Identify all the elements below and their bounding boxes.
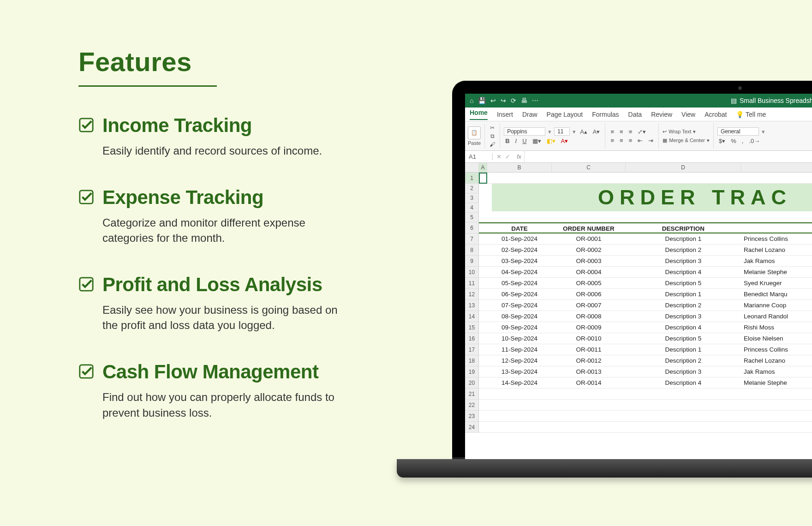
wrap-text-button[interactable]: ↩ Wrap Text ▾ bbox=[663, 129, 710, 135]
row-header[interactable]: 2 bbox=[465, 184, 478, 193]
table-row[interactable]: 09-Sep-2024OR-0009Description 4Rishi Mos… bbox=[479, 322, 812, 333]
cell-order[interactable]: OR-0001 bbox=[552, 233, 626, 244]
table-row[interactable]: 05-Sep-2024OR-0005Description 5Syed Krue… bbox=[479, 278, 812, 289]
cell-customer[interactable]: Marianne Coop bbox=[741, 300, 812, 311]
orientation-icon[interactable]: ⤢▾ bbox=[636, 128, 647, 135]
font-name-select[interactable]: Poppins bbox=[504, 127, 545, 136]
empty-row[interactable] bbox=[479, 422, 812, 433]
cell-date[interactable]: 13-Sep-2024 bbox=[487, 366, 552, 377]
row-header[interactable]: 14 bbox=[465, 311, 478, 322]
col-header-c[interactable]: C bbox=[552, 163, 626, 172]
enter-icon[interactable]: ✓ bbox=[505, 153, 510, 160]
currency-icon[interactable]: $▾ bbox=[717, 137, 727, 144]
empty-row[interactable] bbox=[479, 400, 812, 411]
cell-desc[interactable]: Description 4 bbox=[626, 322, 741, 333]
table-row[interactable]: 13-Sep-2024OR-0013Description 3Jak Ramos bbox=[479, 366, 812, 377]
cell-desc[interactable]: Description 2 bbox=[626, 355, 741, 366]
row-header[interactable]: 13 bbox=[465, 300, 478, 311]
tab-formulas[interactable]: Formulas bbox=[592, 111, 619, 118]
row-header[interactable]: 1 bbox=[465, 173, 478, 184]
tab-page-layout[interactable]: Page Layout bbox=[547, 111, 583, 118]
cell-date[interactable]: 06-Sep-2024 bbox=[487, 289, 552, 299]
tab-acrobat[interactable]: Acrobat bbox=[705, 111, 727, 118]
home-icon[interactable]: ⌂ bbox=[470, 97, 473, 104]
cell-desc[interactable]: Description 5 bbox=[626, 278, 741, 288]
italic-button[interactable]: I bbox=[514, 137, 519, 144]
table-row[interactable]: 14-Sep-2024OR-0014Description 4Melanie S… bbox=[479, 377, 812, 389]
percent-icon[interactable]: % bbox=[729, 137, 738, 144]
row-header[interactable]: 20 bbox=[465, 377, 478, 389]
redo-icon[interactable]: ↪ bbox=[501, 97, 506, 104]
row-header[interactable]: 24 bbox=[465, 422, 478, 433]
align-left-icon[interactable]: ≡ bbox=[609, 137, 615, 144]
row-header[interactable]: 8 bbox=[465, 245, 478, 256]
row-header[interactable]: 9 bbox=[465, 256, 478, 267]
merge-center-button[interactable]: ▦ Merge & Center ▾ bbox=[663, 137, 710, 143]
cell-order[interactable]: OR-0011 bbox=[552, 344, 626, 355]
cell-order[interactable]: OR-0009 bbox=[552, 322, 626, 333]
cell-desc[interactable]: Description 3 bbox=[626, 366, 741, 377]
table-row[interactable]: 07-Sep-2024OR-0007Description 2Marianne … bbox=[479, 300, 812, 311]
more-icon[interactable]: ⋯ bbox=[532, 97, 538, 104]
cell-customer[interactable]: Melanie Stephe bbox=[741, 267, 812, 277]
cell-order[interactable]: OR-0013 bbox=[552, 366, 626, 377]
cell-date[interactable]: 02-Sep-2024 bbox=[487, 245, 552, 255]
row-header[interactable]: 12 bbox=[465, 289, 478, 300]
cell-date[interactable]: 14-Sep-2024 bbox=[487, 377, 552, 388]
cancel-icon[interactable]: ✕ bbox=[496, 153, 502, 160]
cell-date[interactable]: 04-Sep-2024 bbox=[487, 267, 552, 277]
align-center-icon[interactable]: ≡ bbox=[618, 137, 625, 144]
align-bottom-icon[interactable]: ≡ bbox=[627, 128, 634, 135]
empty-row[interactable] bbox=[479, 389, 812, 400]
row-header[interactable]: 23 bbox=[465, 411, 478, 422]
table-row[interactable]: 02-Sep-2024OR-0002Description 2Rachel Lo… bbox=[479, 245, 812, 256]
empty-row[interactable] bbox=[479, 411, 812, 422]
table-row[interactable]: 08-Sep-2024OR-0008Description 3Leonard R… bbox=[479, 311, 812, 322]
tab-insert[interactable]: Insert bbox=[497, 111, 513, 118]
cell-customer[interactable]: Jak Ramos bbox=[741, 366, 812, 377]
row-header[interactable]: 22 bbox=[465, 400, 478, 411]
cell-desc[interactable]: Description 2 bbox=[626, 300, 741, 311]
col-header-d[interactable]: D bbox=[626, 163, 741, 172]
cell-desc[interactable]: Description 4 bbox=[626, 267, 741, 277]
cell-order[interactable]: OR-0012 bbox=[552, 355, 626, 366]
name-box[interactable]: A1 bbox=[465, 153, 493, 160]
cell-customer[interactable]: Benedict Marqu bbox=[741, 289, 812, 299]
cell-date[interactable]: 09-Sep-2024 bbox=[487, 322, 552, 333]
cell-customer[interactable]: Jak Ramos bbox=[741, 256, 812, 266]
increase-indent-icon[interactable]: ⇥ bbox=[647, 137, 655, 144]
row-header[interactable]: 18 bbox=[465, 355, 478, 366]
cell-date[interactable]: 11-Sep-2024 bbox=[487, 344, 552, 355]
cell-customer[interactable]: Leonard Randol bbox=[741, 311, 812, 322]
cell-desc[interactable]: Description 4 bbox=[626, 377, 741, 388]
row-header[interactable]: 3 bbox=[465, 193, 478, 203]
table-row[interactable]: 12-Sep-2024OR-0012Description 2Rachel Lo… bbox=[479, 355, 812, 366]
paste-button[interactable]: 📋 Paste bbox=[468, 126, 481, 146]
tab-draw[interactable]: Draw bbox=[522, 111, 537, 118]
cell-order[interactable]: OR-0006 bbox=[552, 289, 626, 299]
cell-order[interactable]: OR-0003 bbox=[552, 256, 626, 266]
select-all-corner[interactable] bbox=[465, 163, 479, 172]
cut-icon[interactable]: ✂ bbox=[489, 124, 496, 132]
row-header[interactable]: 6 bbox=[465, 222, 478, 233]
row-header[interactable]: 21 bbox=[465, 389, 478, 400]
table-row[interactable]: 11-Sep-2024OR-0011Description 1Princess … bbox=[479, 344, 812, 355]
tab-data[interactable]: Data bbox=[628, 111, 642, 118]
save-icon[interactable]: 💾 bbox=[478, 97, 486, 104]
tab-home[interactable]: Home bbox=[470, 109, 488, 120]
row-header[interactable]: 4 bbox=[465, 203, 478, 213]
cell-customer[interactable]: Melanie Stephe bbox=[741, 377, 812, 388]
cell-order[interactable]: OR-0004 bbox=[552, 267, 626, 277]
cell-date[interactable]: 05-Sep-2024 bbox=[487, 278, 552, 288]
cells-area[interactable]: ORDER TRAC DATE ORDER NUMBER DESCRIPTION… bbox=[479, 173, 812, 433]
cell-order[interactable]: OR-0002 bbox=[552, 245, 626, 255]
row-header[interactable]: 10 bbox=[465, 267, 478, 278]
col-header-a[interactable]: A bbox=[479, 163, 487, 172]
cell-desc[interactable]: Description 2 bbox=[626, 245, 741, 255]
col-header-e[interactable] bbox=[741, 163, 812, 172]
table-row[interactable]: 03-Sep-2024OR-0003Description 3Jak Ramos bbox=[479, 256, 812, 267]
borders-button[interactable]: ▦▾ bbox=[531, 137, 543, 144]
cell-customer[interactable]: Princess Collins bbox=[741, 233, 812, 244]
cell-desc[interactable]: Description 3 bbox=[626, 256, 741, 266]
tab-view[interactable]: View bbox=[681, 111, 695, 118]
